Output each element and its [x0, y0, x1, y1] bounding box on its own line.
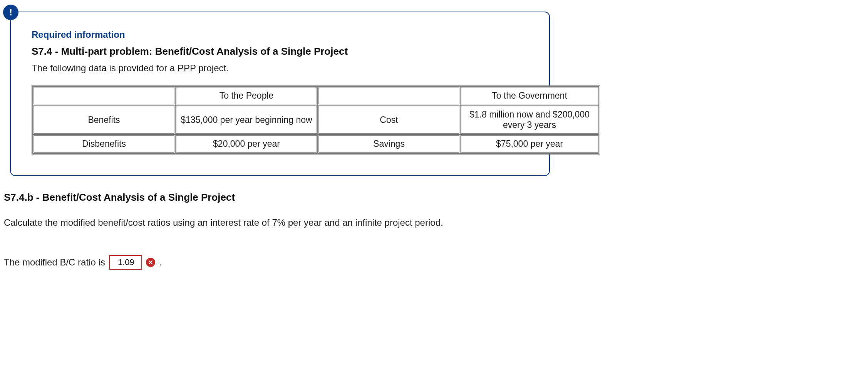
- question-prompt: Calculate the modified benefit/cost rati…: [4, 217, 864, 228]
- cell-cost-gov: $1.8 million now and $200,000 every 3 ye…: [460, 105, 599, 134]
- table-row: Disbenefits $20,000 per year Savings $75…: [33, 134, 599, 153]
- answer-prefix: The modified B/C ratio is: [4, 257, 105, 268]
- section-title: S7.4 - Multi-part problem: Benefit/Cost …: [32, 45, 528, 57]
- cell-disbenefits-label: Disbenefits: [33, 134, 175, 153]
- required-info-panel: ! Required information S7.4 - Multi-part…: [10, 12, 550, 176]
- table-row: Benefits $135,000 per year beginning now…: [33, 105, 599, 134]
- exclamation-icon: !: [9, 8, 12, 17]
- table-header-row: To the People To the Government: [33, 86, 599, 105]
- lead-text: The following data is provided for a PPP…: [32, 63, 528, 74]
- required-information-heading: Required information: [32, 29, 528, 40]
- table-header-blank-2: [318, 86, 460, 105]
- table-header-blank-1: [33, 86, 175, 105]
- cell-savings-label: Savings: [318, 134, 460, 153]
- cell-disbenefits-people: $20,000 per year: [175, 134, 318, 153]
- answer-input[interactable]: 1.09: [109, 255, 142, 270]
- info-badge: !: [3, 5, 18, 20]
- cell-benefits-people: $135,000 per year beginning now: [175, 105, 318, 134]
- subsection-title: S7.4.b - Benefit/Cost Analysis of a Sing…: [4, 191, 864, 203]
- cell-savings-gov: $75,000 per year: [460, 134, 599, 153]
- answer-line: The modified B/C ratio is 1.09 .: [4, 255, 864, 270]
- cell-cost-label: Cost: [318, 105, 460, 134]
- incorrect-icon: [146, 258, 155, 267]
- table-header-gov: To the Government: [460, 86, 599, 105]
- ppp-data-table: To the People To the Government Benefits…: [32, 85, 600, 154]
- cell-benefits-label: Benefits: [33, 105, 175, 134]
- answer-suffix: .: [159, 257, 162, 268]
- table-header-people: To the People: [175, 86, 318, 105]
